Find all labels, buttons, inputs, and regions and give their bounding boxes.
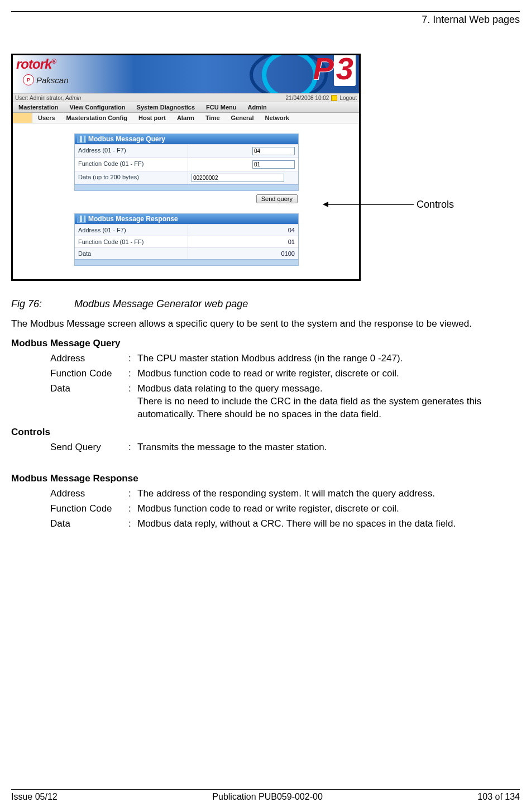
definition-list: Send Query:Transmits the message to the …	[50, 441, 520, 454]
menu-item[interactable]: View Configuration	[64, 102, 131, 112]
def-term: Address	[50, 352, 128, 365]
rotork-logo: rotork®	[16, 56, 56, 72]
panel-icon	[77, 215, 86, 223]
field-value: 04	[188, 225, 298, 236]
def-desc: Modbus data relating to the query messag…	[137, 383, 520, 421]
panel-title: Modbus Message Query	[88, 135, 165, 143]
def-desc: Modbus function code to read or write re…	[137, 367, 520, 380]
address-input[interactable]	[252, 147, 295, 155]
menu-item[interactable]: Masterstation	[13, 102, 64, 112]
def-term: Data	[50, 383, 128, 421]
product-name: Pakscan	[36, 75, 69, 85]
user-role: Admin	[65, 95, 81, 101]
field-value: 01	[188, 236, 298, 247]
definition-list: Address:The address of the responding sy…	[50, 488, 520, 531]
footer-page: 103 of 134	[477, 792, 520, 802]
def-desc: The address of the responding system. It…	[137, 488, 520, 500]
logo-super: ®	[51, 58, 56, 65]
logout-link[interactable]: Logout	[339, 95, 357, 101]
field-label: Function Code (01 - FF)	[75, 236, 188, 247]
panel-icon	[77, 135, 86, 143]
def-desc: Modbus data reply, without a CRC. There …	[137, 518, 520, 531]
def-term: Data	[50, 518, 128, 531]
field-label: Data (up to 200 bytes)	[75, 171, 188, 184]
main-menu: Masterstation View Configuration System …	[13, 102, 359, 113]
def-term: Send Query	[50, 441, 128, 454]
definition-list: Address:The CPU master station Modbus ad…	[50, 352, 520, 421]
panel-title: Modbus Message Response	[88, 215, 178, 223]
submenu-item[interactable]: Masterstation Config	[61, 113, 133, 123]
response-panel: Modbus Message Response Address (01 - F7…	[74, 213, 299, 266]
p3-logo: P3	[313, 55, 356, 84]
banner-arc-icon	[262, 55, 318, 93]
section-header: 7. Internal Web pages	[11, 14, 520, 26]
def-desc: The CPU master station Modbus address (i…	[137, 352, 520, 365]
submenu-item[interactable]: Host port	[133, 113, 171, 123]
data-input[interactable]	[192, 174, 284, 182]
submenu-item[interactable]: Alarm	[171, 113, 200, 123]
section-heading: Controls	[11, 427, 520, 438]
intro-paragraph: The Modbus Message screen allows a speci…	[11, 318, 520, 330]
submenu-item[interactable]: General	[226, 113, 260, 123]
pakscan-badge-icon: P	[23, 74, 34, 85]
def-desc: Modbus function code to read or write re…	[137, 503, 520, 515]
footer-publication: Publication PUB059-002-00	[212, 792, 322, 802]
submenu-item[interactable]: Network	[260, 113, 295, 123]
toolbar-handle-icon	[13, 113, 32, 123]
def-desc: Transmits the message to the master stat…	[137, 441, 520, 454]
query-panel: Modbus Message Query Address (01 - F7) F…	[74, 133, 299, 191]
submenu-item[interactable]: Users	[32, 113, 61, 123]
user-label: User: Administrator,	[15, 95, 65, 101]
callout-label: Controls	[417, 199, 454, 211]
footer-issue: Issue 05/12	[11, 792, 58, 802]
figure-number: Fig 76:	[11, 298, 71, 310]
field-value: 0100	[188, 248, 298, 259]
embedded-screenshot: rotork® P Pakscan P3 User: Administrator…	[11, 54, 361, 281]
def-term: Function Code	[50, 367, 128, 380]
menu-item[interactable]: Admin	[242, 102, 272, 112]
function-code-input[interactable]	[252, 160, 295, 169]
callout-line	[327, 204, 414, 205]
field-label: Data	[75, 248, 188, 259]
submenu-item[interactable]: Time	[200, 113, 225, 123]
menu-item[interactable]: FCU Menu	[200, 102, 242, 112]
send-query-button[interactable]: Send query	[256, 194, 298, 203]
field-label: Address (01 - F7)	[75, 145, 188, 157]
field-label: Function Code (01 - FF)	[75, 158, 188, 171]
section-heading: Modbus Message Response	[11, 473, 520, 484]
def-term: Address	[50, 488, 128, 500]
clock-text: 21/04/2008 10:02	[286, 95, 329, 101]
figure-caption: Modbus Message Generator web page	[74, 298, 248, 309]
sub-menu: Users Masterstation Config Host port Ala…	[13, 113, 359, 123]
logo-text: rotork	[16, 56, 51, 71]
menu-item[interactable]: System Diagnostics	[131, 102, 201, 112]
field-label: Address (01 - F7)	[75, 225, 188, 236]
section-heading: Modbus Message Query	[11, 338, 520, 349]
def-term: Function Code	[50, 503, 128, 515]
lock-icon	[331, 95, 337, 101]
